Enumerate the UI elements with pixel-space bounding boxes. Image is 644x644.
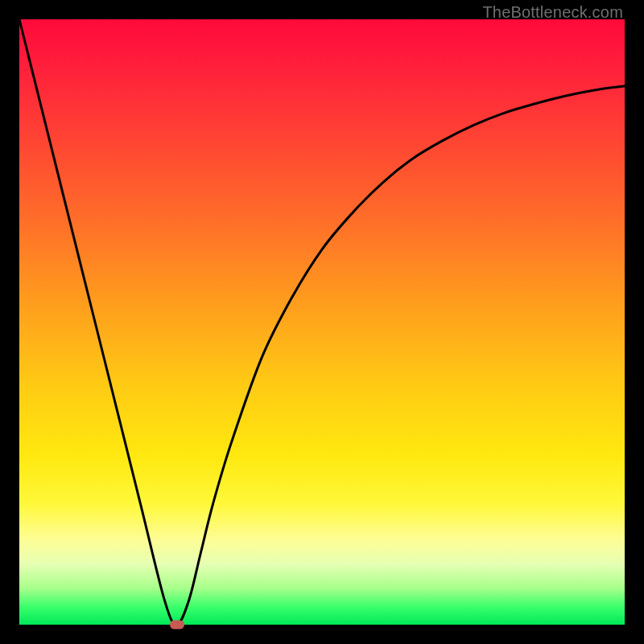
plot-area xyxy=(19,19,625,625)
minimum-marker xyxy=(170,621,184,630)
chart-frame: TheBottleneck.com xyxy=(0,0,644,644)
watermark-text: TheBottleneck.com xyxy=(482,3,623,22)
curve-svg xyxy=(19,19,625,625)
bottleneck-curve xyxy=(19,19,625,625)
